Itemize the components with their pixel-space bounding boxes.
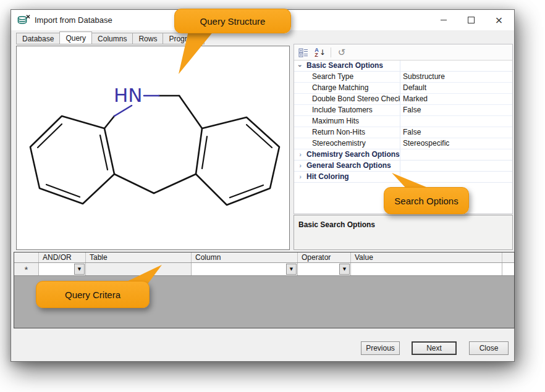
- sort-az-icon: AZ: [315, 48, 319, 57]
- icon-x-mark: [27, 15, 30, 18]
- toolbar-separator: [331, 48, 331, 57]
- property-value[interactable]: False: [400, 127, 512, 138]
- property-value[interactable]: Marked: [400, 94, 512, 104]
- close-dialog-button[interactable]: Close: [469, 341, 509, 355]
- chevron-right-icon: ›: [294, 172, 306, 182]
- property-value[interactable]: Stereospecific: [400, 138, 512, 149]
- header-end-spacer: [502, 252, 514, 262]
- window-title: Import from Database: [35, 15, 112, 25]
- property-row-return-non-hits[interactable]: Return Non-Hits False: [294, 127, 512, 138]
- operator-cell[interactable]: ▼: [298, 263, 351, 275]
- property-name: Return Non-Hits: [294, 127, 400, 138]
- category-general-search-options[interactable]: › General Search Options: [294, 161, 512, 172]
- categorized-view-button[interactable]: [297, 46, 310, 59]
- chevron-down-icon: ▼: [78, 267, 81, 272]
- callout-search-options: Search Options: [384, 187, 469, 214]
- callout-query-structure: Query Structure: [174, 9, 291, 33]
- property-value[interactable]: [400, 116, 512, 127]
- property-row-search-type[interactable]: Search Type Substructure: [294, 72, 512, 83]
- minimize-button[interactable]: [429, 10, 457, 30]
- tab-progress[interactable]: Progress: [163, 33, 205, 44]
- property-name: Double Bond Stereo Check: [294, 94, 400, 104]
- tab-query[interactable]: Query: [59, 31, 92, 44]
- previous-button[interactable]: Previous: [361, 341, 400, 355]
- name-value-divider[interactable]: [400, 60, 400, 176]
- property-description-panel: Basic Search Options: [294, 215, 513, 250]
- row-selector-cell[interactable]: *: [14, 263, 39, 275]
- header-and-or[interactable]: AND/OR: [39, 252, 86, 262]
- property-row-include-tautomers[interactable]: Include Tautomers False: [294, 105, 512, 116]
- property-row-charge-matching[interactable]: Charge Matching Default: [294, 83, 512, 94]
- categorized-icon: [298, 48, 308, 57]
- criteria-new-row: * ▼ ▼ ▼: [14, 263, 514, 276]
- property-row-stereochemistry[interactable]: Stereochemistry Stereospecific: [294, 138, 512, 149]
- property-name: Include Tautomers: [294, 105, 400, 115]
- chevron-right-icon: ›: [294, 161, 306, 171]
- tab-database[interactable]: Database: [16, 33, 60, 44]
- property-row-double-bond-stereo-check[interactable]: Double Bond Stereo Check Marked: [294, 94, 512, 105]
- sort-arrow-icon: ↓: [319, 48, 326, 57]
- left-benzene-ring: [30, 116, 114, 204]
- header-table[interactable]: Table: [86, 252, 192, 262]
- maximize-button[interactable]: [457, 10, 485, 30]
- tab-columns[interactable]: Columns: [92, 33, 133, 44]
- next-button[interactable]: Next: [412, 341, 457, 355]
- property-name: Search Type: [294, 72, 400, 82]
- close-button[interactable]: ×: [485, 10, 513, 30]
- column-cell[interactable]: ▼: [192, 263, 298, 275]
- header-operator[interactable]: Operator: [298, 252, 351, 262]
- and-or-dropdown-button[interactable]: ▼: [74, 264, 85, 275]
- property-row-maximum-hits[interactable]: Maximum Hits: [294, 116, 512, 127]
- minimize-icon: [441, 20, 447, 20]
- property-grid-toolbar: AZ ↓ ↺: [294, 44, 512, 60]
- property-value[interactable]: Default: [400, 83, 512, 93]
- reset-options-button[interactable]: ↺: [336, 46, 348, 59]
- criteria-header-row: AND/OR Table Column Operator Value: [14, 252, 514, 263]
- table-cell[interactable]: [86, 263, 192, 275]
- chevron-down-icon: ▼: [290, 267, 293, 272]
- property-grid-body: › Basic Search Options Search Type Subst…: [294, 60, 512, 183]
- maximize-icon: [468, 17, 475, 23]
- column-dropdown-button[interactable]: ▼: [286, 264, 297, 275]
- property-value[interactable]: False: [400, 105, 512, 115]
- description-title: Basic Search Options: [298, 220, 375, 229]
- header-column[interactable]: Column: [192, 252, 298, 262]
- category-chemistry-search-options[interactable]: › Chemistry Search Options: [294, 149, 512, 161]
- tab-strip: Database Query Columns Rows Progress: [16, 31, 205, 44]
- chevron-down-icon: ▼: [343, 267, 346, 272]
- property-name: Maximum Hits: [294, 116, 400, 127]
- reset-icon: ↺: [338, 47, 346, 58]
- value-cell[interactable]: [351, 263, 502, 275]
- chevron-right-icon: ›: [294, 149, 306, 160]
- query-structure-canvas[interactable]: HN: [16, 46, 290, 250]
- molecule-structure: HN: [17, 46, 289, 249]
- row-selector-header: [14, 252, 39, 262]
- aromatic-double-bonds: [38, 124, 272, 198]
- new-row-marker: *: [14, 263, 38, 275]
- property-name: Charge Matching: [294, 83, 400, 93]
- right-benzene-ring: [196, 117, 279, 205]
- chevron-down-icon: ›: [294, 60, 306, 71]
- nitrogen-atom-label: HN: [114, 84, 143, 106]
- callout-query-criteria: Query Critera: [36, 281, 150, 308]
- operator-dropdown-button[interactable]: ▼: [339, 264, 350, 275]
- header-value[interactable]: Value: [351, 252, 502, 262]
- tab-rows[interactable]: Rows: [133, 33, 163, 44]
- import-from-database-dialog: Import from Database × Database Query Co…: [11, 9, 515, 362]
- alphabetical-sort-button[interactable]: AZ ↓: [314, 46, 326, 59]
- property-name: Stereochemistry: [294, 138, 400, 149]
- and-or-cell[interactable]: ▼: [39, 263, 86, 275]
- database-app-icon: [17, 14, 30, 27]
- screenshot-stage: Import from Database × Database Query Co…: [0, 0, 545, 392]
- end-cell[interactable]: [502, 263, 514, 275]
- property-value[interactable]: Substructure: [400, 72, 512, 82]
- close-icon: ×: [495, 15, 503, 25]
- category-basic-search-options[interactable]: › Basic Search Options: [294, 60, 512, 72]
- category-hit-coloring[interactable]: › Hit Coloring: [294, 172, 512, 183]
